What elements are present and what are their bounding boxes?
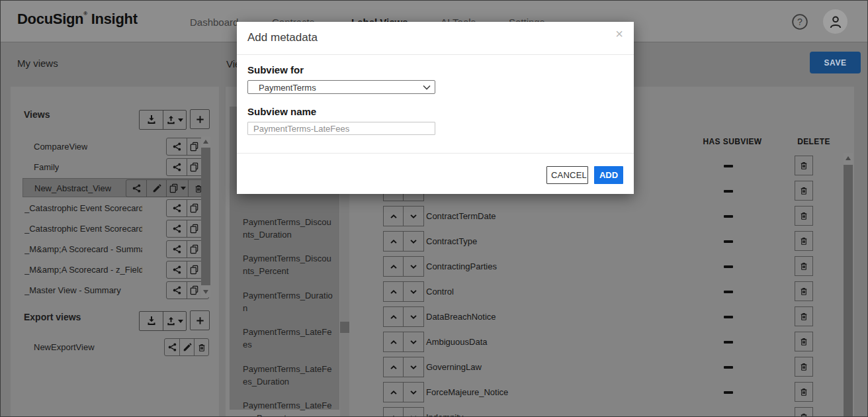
view-actions [126, 179, 208, 197]
view-row[interactable]: _Catastrophic Event Scorecard - z_... [22, 219, 210, 238]
share-view-button[interactable] [167, 282, 187, 299]
reorder-buttons [383, 332, 424, 352]
app-logo: DocuSign® Insight [17, 11, 138, 28]
views-scrollbar[interactable] [201, 136, 210, 297]
close-icon[interactable]: × [615, 27, 623, 40]
move-up-button[interactable] [383, 332, 404, 352]
move-up-button[interactable] [383, 231, 404, 252]
scrollbar-thumb[interactable] [201, 148, 210, 285]
delete-label-button[interactable] [795, 332, 813, 351]
view-row[interactable]: _Catastrophic Event Scorecard - Su... [22, 199, 210, 218]
move-down-button[interactable] [404, 231, 424, 252]
person-icon [828, 14, 844, 30]
delete-label-button[interactable] [795, 281, 813, 301]
delete-label-button[interactable] [795, 306, 813, 326]
plus-icon [195, 316, 205, 326]
move-up-button[interactable] [383, 407, 404, 417]
save-button[interactable]: SAVE [810, 52, 861, 73]
move-down-button[interactable] [404, 332, 424, 352]
move-up-button[interactable] [383, 382, 404, 402]
subview-for-selected-value: PaymentTerms [259, 83, 316, 93]
edit-export-view-button[interactable] [179, 339, 194, 355]
scroll-down-icon[interactable] [201, 287, 210, 297]
delete-label-button[interactable] [795, 156, 813, 175]
subview-for-select[interactable]: PaymentTerms [247, 80, 435, 94]
edit-view-button[interactable] [146, 180, 166, 197]
share-view-button[interactable] [126, 180, 146, 197]
share-view-button[interactable] [167, 261, 187, 278]
view-name[interactable]: CompareView [34, 142, 87, 152]
share-view-button[interactable] [167, 138, 187, 155]
move-down-button[interactable] [404, 206, 424, 226]
move-up-button[interactable] [383, 281, 404, 302]
view-row[interactable]: _M&amp;A Scorecard - Summary [22, 240, 210, 259]
view-name[interactable]: _M&amp;A Scorecard - Summary [24, 244, 142, 254]
delete-label-button[interactable] [795, 231, 813, 251]
move-down-button[interactable] [404, 407, 424, 417]
delete-label-button[interactable] [795, 256, 813, 276]
delete-label-button[interactable] [795, 206, 813, 226]
delete-label-button[interactable] [795, 407, 813, 417]
cancel-button[interactable]: CANCEL [546, 166, 588, 184]
upload-icon [166, 316, 176, 326]
scrollbar-thumb[interactable] [844, 165, 853, 417]
view-row[interactable]: CompareView [22, 137, 210, 156]
delete-label-button[interactable] [795, 357, 813, 377]
view-row-selected[interactable]: New_Abstract_View [22, 178, 210, 197]
view-name[interactable]: New_Abstract_View [34, 183, 111, 193]
table-scrollbar[interactable] [844, 153, 853, 417]
share-export-view-button[interactable] [165, 339, 179, 355]
move-down-button[interactable] [404, 306, 424, 327]
delete-label-button[interactable] [795, 181, 813, 201]
move-up-button[interactable] [383, 256, 404, 277]
view-name[interactable]: _Catastrophic Event Scorecard - Su... [24, 203, 142, 213]
upload-export-views-button[interactable] [163, 312, 186, 330]
export-view-name[interactable]: NewExportView [34, 342, 95, 352]
label-name: DataBreachNotice [426, 306, 496, 327]
user-avatar[interactable] [823, 9, 847, 34]
export-view-actions [164, 338, 209, 356]
subview-name-input[interactable] [247, 122, 435, 135]
no-subview-dash [724, 240, 733, 243]
share-view-button[interactable] [167, 241, 187, 257]
label-row: ContractType [226, 231, 854, 252]
move-up-button[interactable] [383, 357, 404, 377]
move-down-button[interactable] [404, 256, 424, 277]
delete-export-view-button[interactable] [194, 339, 208, 355]
scroll-up-icon[interactable] [844, 153, 853, 163]
chevron-down-icon [181, 187, 186, 190]
delete-label-button[interactable] [795, 382, 813, 402]
download-views-button[interactable] [140, 111, 163, 129]
view-row[interactable]: Family [22, 158, 210, 177]
view-name[interactable]: Family [34, 162, 59, 172]
move-down-button[interactable] [404, 281, 424, 302]
export-view-row[interactable]: NewExportView [22, 338, 210, 357]
scroll-up-icon[interactable] [201, 136, 210, 147]
view-name[interactable]: _M&amp;A Scorecard - z_Fields [24, 265, 142, 275]
add-export-view-button[interactable] [190, 310, 210, 330]
share-view-button[interactable] [167, 220, 187, 237]
nav-dashboard[interactable]: Dashboard [190, 17, 238, 28]
view-name[interactable]: _Master View - Summary [24, 285, 121, 295]
move-down-button[interactable] [404, 357, 424, 377]
no-subview-dash [724, 165, 733, 167]
view-name[interactable]: _Catastrophic Event Scorecard - z_... [24, 224, 142, 234]
copy-view-menu-button[interactable] [166, 180, 188, 197]
share-view-button[interactable] [167, 159, 187, 175]
label-name: ContractTermDate [426, 206, 496, 226]
move-down-button[interactable] [404, 382, 424, 402]
export-import-export-group [139, 311, 187, 331]
add-view-button[interactable] [190, 109, 210, 129]
label-row: ContractTermDate [226, 206, 854, 226]
chevron-down-icon [178, 320, 183, 323]
add-button[interactable]: ADD [594, 166, 623, 184]
move-up-button[interactable] [383, 206, 404, 226]
view-row[interactable]: _Master View - Summary [22, 281, 210, 300]
download-icon [146, 316, 157, 326]
share-view-button[interactable] [167, 200, 187, 216]
help-icon[interactable]: ? [791, 13, 808, 30]
view-row[interactable]: _M&amp;A Scorecard - z_Fields [22, 260, 210, 279]
move-up-button[interactable] [383, 306, 404, 327]
upload-views-button[interactable] [163, 111, 186, 129]
download-export-views-button[interactable] [140, 312, 163, 330]
